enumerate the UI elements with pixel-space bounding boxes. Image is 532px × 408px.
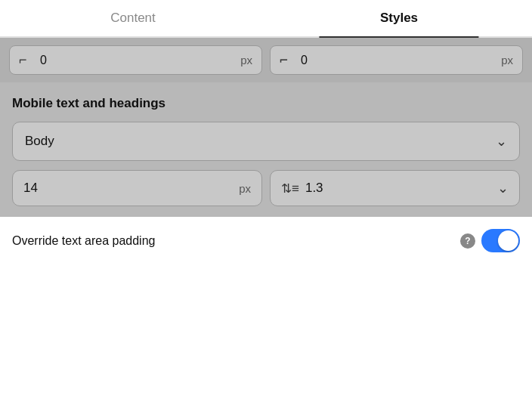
override-label: Override text area padding	[12, 234, 454, 248]
padding-right-group[interactable]: ⌐ 0 px	[270, 45, 523, 75]
override-toggle[interactable]	[481, 229, 520, 252]
override-row: Override text area padding ?	[0, 217, 532, 264]
body-select-label: Body	[25, 134, 54, 149]
font-options-row: 14 px ⇅≡ 1.3 ⌄	[12, 170, 520, 206]
padding-left-unit: px	[240, 54, 252, 66]
line-height-group[interactable]: ⇅≡ 1.3 ⌄	[270, 170, 520, 206]
line-height-value: 1.3	[305, 181, 491, 196]
tab-bar: Content Styles	[0, 0, 532, 38]
toggle-knob	[498, 230, 518, 251]
padding-row: ⌐ 0 px ⌐ 0 px	[0, 38, 532, 82]
padding-right-icon: ⌐	[280, 52, 295, 68]
font-size-group[interactable]: 14 px	[12, 170, 262, 206]
tab-content[interactable]: Content	[0, 0, 266, 36]
line-height-chevron: ⌄	[497, 180, 509, 196]
body-select-chevron: ⌄	[496, 133, 507, 150]
mobile-text-section: Mobile text and headings Body ⌄ 14 px ⇅≡…	[0, 82, 532, 217]
padding-left-group[interactable]: ⌐ 0 px	[9, 45, 262, 75]
font-size-value: 14	[23, 181, 233, 196]
body-select-display[interactable]: Body ⌄	[13, 122, 519, 160]
line-height-icon: ⇅≡	[281, 181, 299, 196]
padding-right-value: 0	[301, 54, 495, 67]
help-icon[interactable]: ?	[460, 233, 475, 249]
padding-left-icon: ⌐	[19, 52, 34, 68]
tab-styles[interactable]: Styles	[266, 0, 532, 36]
padding-right-unit: px	[501, 54, 513, 66]
font-size-unit: px	[239, 182, 251, 195]
section-title: Mobile text and headings	[12, 96, 520, 111]
body-select[interactable]: Body ⌄	[12, 122, 520, 161]
padding-left-value: 0	[40, 54, 234, 67]
